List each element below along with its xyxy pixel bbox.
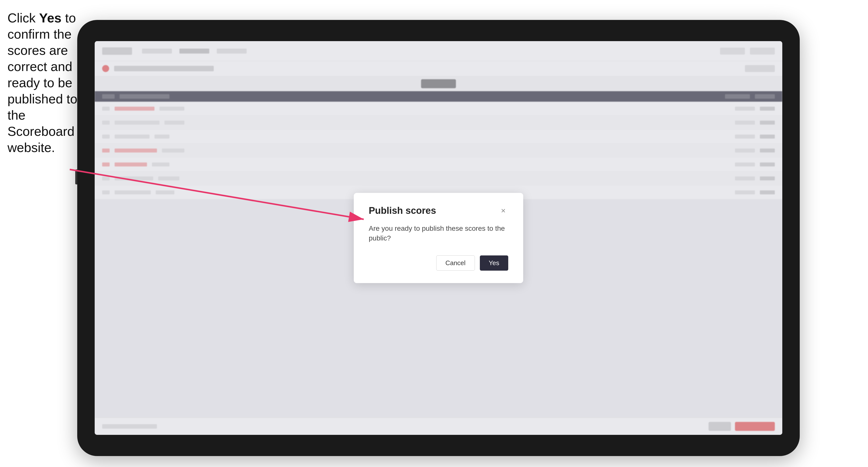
publish-scores-dialog: Publish scores × Are you ready to publis… bbox=[354, 193, 523, 283]
modal-overlay: Publish scores × Are you ready to publis… bbox=[95, 41, 782, 435]
tablet-side-button bbox=[75, 169, 77, 184]
instruction-part1: Click bbox=[7, 11, 39, 25]
instruction-part2: to confirm the scores are correct and re… bbox=[7, 11, 77, 155]
modal-header: Publish scores × bbox=[369, 205, 508, 216]
modal-body-text: Are you ready to publish these scores to… bbox=[369, 223, 508, 243]
tablet-screen: Publish scores × Are you ready to publis… bbox=[95, 41, 782, 435]
instruction-text: Click Yes to confirm the scores are corr… bbox=[7, 10, 80, 156]
modal-footer: Cancel Yes bbox=[369, 255, 508, 271]
instruction-bold: Yes bbox=[39, 11, 62, 25]
yes-button[interactable]: Yes bbox=[480, 255, 508, 271]
modal-title: Publish scores bbox=[369, 205, 436, 216]
modal-close-button[interactable]: × bbox=[498, 206, 508, 216]
tablet-device: Publish scores × Are you ready to publis… bbox=[77, 20, 800, 456]
cancel-button[interactable]: Cancel bbox=[436, 255, 475, 271]
